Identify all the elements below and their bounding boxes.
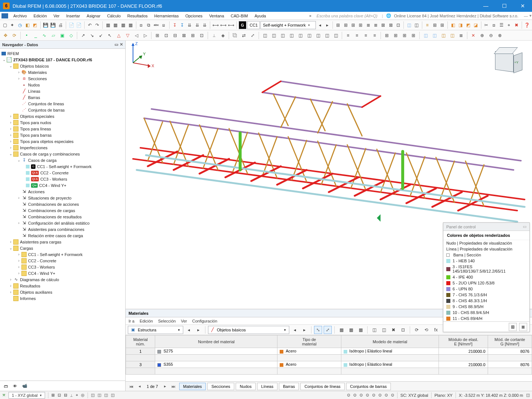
- legend-row[interactable]: 5 - 2UO UPN 120 /53/8: [443, 280, 529, 286]
- t2-m8-icon[interactable]: ▷: [141, 31, 149, 40]
- tab-lineas[interactable]: Líneas: [257, 383, 277, 390]
- t2-g2-icon[interactable]: ⊞: [392, 31, 400, 40]
- bp-nav-next2-icon[interactable]: ▸: [300, 326, 308, 334]
- bp-tool-g-icon[interactable]: ◫: [380, 326, 388, 334]
- tb-help-icon[interactable]: ❓: [524, 21, 531, 29]
- close-button[interactable]: ✕: [514, 0, 532, 12]
- t2-g4-icon[interactable]: ⊞: [409, 31, 417, 40]
- menu-calculo[interactable]: Cálculo: [104, 13, 124, 19]
- tb-r2-icon[interactable]: ⊞: [342, 21, 349, 29]
- tb-r5-icon[interactable]: ≣: [365, 21, 371, 29]
- t2-open-icon[interactable]: ◇: [67, 31, 75, 40]
- t2-e8-icon[interactable]: ◫: [323, 31, 331, 40]
- t2-iso-icon[interactable]: ◈: [219, 31, 227, 40]
- nav-tab-view-icon[interactable]: 👁: [11, 383, 18, 389]
- t2-m3-icon[interactable]: ↙: [97, 31, 105, 40]
- t2-snap3-icon[interactable]: ⊠: [180, 31, 188, 40]
- legend-row[interactable]: 6 - UPN 80: [443, 286, 529, 292]
- t2-m7-icon[interactable]: ◁: [132, 31, 140, 40]
- tb-new-icon[interactable]: ▢: [1, 21, 8, 29]
- t2-h3-icon[interactable]: ⊖: [487, 31, 495, 40]
- bp-tool-b-icon[interactable]: ⤢: [324, 326, 332, 334]
- bp-tool-d-icon[interactable]: ▦: [347, 326, 355, 334]
- t2-f4-icon[interactable]: ≡: [371, 31, 379, 40]
- t2-e3-icon[interactable]: ◫: [279, 31, 287, 40]
- tb-undo-icon[interactable]: ↶: [86, 21, 93, 29]
- tb-color2-icon[interactable]: ◨: [457, 21, 464, 29]
- tb-report2-icon[interactable]: 📄: [76, 21, 82, 29]
- t2-snap2-icon[interactable]: ⊟: [171, 31, 179, 40]
- menu-edicion[interactable]: Edición: [31, 13, 50, 19]
- navigation-cube[interactable]: +Y: [491, 47, 525, 76]
- lc-prev-icon[interactable]: ◂: [317, 21, 323, 29]
- tb-color3-icon[interactable]: ◩: [465, 21, 471, 29]
- tb-load3-icon[interactable]: ⇊: [186, 21, 193, 29]
- t2-e6-icon[interactable]: ◫: [305, 31, 313, 40]
- tb-load1-icon[interactable]: ↧: [171, 21, 178, 29]
- t2-h4-icon[interactable]: ⊗: [496, 31, 504, 40]
- bp-tool-j-icon[interactable]: ⟳: [413, 326, 421, 334]
- bp-menu-ver[interactable]: Ver: [181, 319, 187, 323]
- tb-open-icon[interactable]: ✦: [9, 21, 16, 29]
- bp-tool-i-icon[interactable]: ⊡: [399, 326, 407, 334]
- menu-ver[interactable]: Ver: [51, 13, 63, 19]
- t2-curve-icon[interactable]: ∿: [40, 31, 48, 40]
- t2-e1-icon[interactable]: ◫: [261, 31, 269, 40]
- t2-rotate-icon[interactable]: ⟳: [10, 31, 18, 40]
- tb-props-icon[interactable]: ◩: [31, 21, 38, 29]
- bp-tool-f-icon[interactable]: ◫: [370, 326, 378, 334]
- pager-first-icon[interactable]: ⏮: [127, 383, 136, 389]
- bp-tool-l-icon[interactable]: fx: [432, 326, 440, 334]
- tab-conj-lineas[interactable]: Conjuntos de líneas: [300, 383, 344, 390]
- cp-group-row[interactable]: Línea | Propiedades de visualización: [443, 246, 529, 252]
- tb-redo-icon[interactable]: ↷: [94, 21, 100, 29]
- bp-tool-a-icon[interactable]: ⤡: [314, 326, 322, 334]
- tab-conj-barras[interactable]: Conjuntos de barras: [346, 383, 391, 390]
- tab-materiales[interactable]: Materiales: [179, 383, 206, 390]
- nav-tab-cam-icon[interactable]: 📹: [21, 383, 29, 389]
- t2-m4-icon[interactable]: ↖: [106, 31, 114, 40]
- legend-row[interactable]: 7 - CHS 76.1/3.6/H: [443, 292, 529, 298]
- tab-secciones[interactable]: Secciones: [207, 383, 234, 390]
- lc-next-icon[interactable]: ▸: [324, 21, 331, 29]
- t2-surf-icon[interactable]: ▱: [49, 31, 57, 40]
- tb-load2-icon[interactable]: ↧: [179, 21, 185, 29]
- bp-menu-seleccion[interactable]: Selección: [158, 319, 176, 323]
- t2-m5-icon[interactable]: △: [115, 31, 123, 40]
- t2-snap4-icon[interactable]: ⊞: [189, 31, 197, 40]
- t2-f3-icon[interactable]: ≡: [362, 31, 370, 40]
- tb-tool-e-icon[interactable]: ✖: [513, 21, 520, 29]
- tb-color1-icon[interactable]: ◧: [450, 21, 456, 29]
- sb-snap-d-icon[interactable]: ⊙: [366, 393, 369, 398]
- window-chevron-icon[interactable]: ▾: [529, 13, 532, 18]
- t2-layer5-icon[interactable]: ≣: [457, 31, 465, 40]
- bp-menu-edicion[interactable]: Edición: [140, 319, 153, 323]
- tb-load4-icon[interactable]: ⇊: [194, 21, 200, 29]
- t2-layer1-icon[interactable]: ◫: [422, 31, 430, 40]
- tb-abc-icon[interactable]: abc: [153, 21, 160, 29]
- control-panel-close-icon[interactable]: ▭: [523, 224, 526, 229]
- tb-r4-icon[interactable]: ⊞: [357, 21, 364, 29]
- tb-db-icon[interactable]: ◧: [24, 21, 31, 29]
- menu-asignar[interactable]: Asignar: [84, 13, 103, 19]
- navigator-pin-icon[interactable]: ▭: [115, 42, 118, 47]
- t2-m6-icon[interactable]: ▽: [123, 31, 132, 40]
- cp-group-row[interactable]: Nudo | Propiedades de visualización: [443, 240, 529, 246]
- sb-snap-e-icon[interactable]: ⊙: [372, 393, 375, 398]
- menu-cad-bim[interactable]: CAD-BIM: [228, 13, 251, 19]
- t2-move-icon[interactable]: ✥: [1, 31, 10, 40]
- sb-icon-8[interactable]: ◫: [98, 393, 101, 398]
- sb-icon-6[interactable]: ◎: [81, 393, 85, 398]
- tb-report-icon[interactable]: 📄: [68, 21, 75, 29]
- t2-mirror-icon[interactable]: ⇄: [240, 31, 248, 40]
- menu-insertar[interactable]: Insertar: [63, 13, 83, 19]
- tb-sel2-icon[interactable]: ⧉: [146, 21, 152, 29]
- tb-dim2-icon[interactable]: ⟷: [220, 21, 227, 29]
- maximize-button[interactable]: ☐: [495, 0, 514, 12]
- t2-e9-icon[interactable]: ◫: [332, 31, 340, 40]
- sb-icon-7[interactable]: ◫: [91, 393, 95, 398]
- tb-calc3-icon[interactable]: ⊞: [439, 21, 446, 29]
- pager-prev-icon[interactable]: ◂: [136, 383, 143, 389]
- tb-grid4-icon[interactable]: ▦: [127, 21, 134, 29]
- menu-archivo[interactable]: Archivo: [10, 13, 30, 19]
